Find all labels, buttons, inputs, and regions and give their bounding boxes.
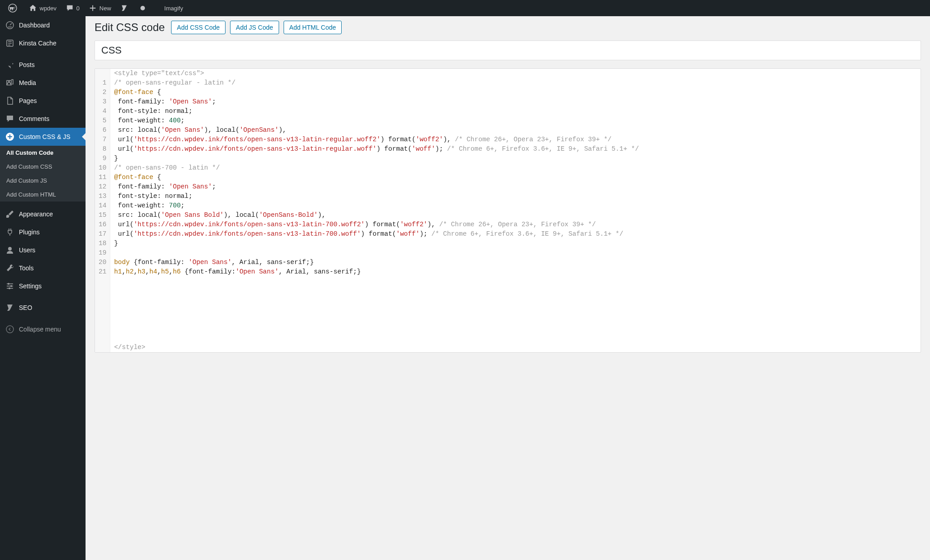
media-icon xyxy=(5,78,14,87)
user-icon xyxy=(5,246,14,255)
brush-icon xyxy=(5,210,14,219)
collapse-menu[interactable]: Collapse menu xyxy=(0,320,86,338)
comments-link[interactable]: 0 xyxy=(61,0,84,16)
page-header: Edit CSS code Add CSS CodeAdd JS CodeAdd… xyxy=(95,21,921,34)
sidebar-item-media[interactable]: Media xyxy=(0,74,86,92)
comments-count: 0 xyxy=(77,5,80,12)
imagify-link[interactable]: Imagify xyxy=(160,0,188,16)
admin-toolbar: wpdev 0 New Imagify xyxy=(0,0,930,16)
imagify-label: Imagify xyxy=(164,5,183,12)
plus-circle-icon xyxy=(5,132,14,141)
sidebar-item-label: Tools xyxy=(19,264,34,272)
pin-icon xyxy=(5,60,14,69)
yoast-icon xyxy=(120,4,128,12)
sidebar-item-label: Custom CSS & JS xyxy=(19,133,70,140)
admin-sidebar: Dashboard Kinsta Cache Posts Media Pages… xyxy=(0,16,86,560)
new-content-link[interactable]: New xyxy=(84,0,116,16)
sidebar-submenu: All Custom CodeAdd Custom CSSAdd Custom … xyxy=(0,146,86,202)
page-title: Edit CSS code xyxy=(95,21,165,34)
sidebar-item-settings[interactable]: Settings xyxy=(0,277,86,295)
svg-point-7 xyxy=(10,285,12,287)
sliders-icon xyxy=(5,282,14,291)
sidebar-item-label: Settings xyxy=(19,282,42,290)
sidebar-item-appearance[interactable]: Appearance xyxy=(0,205,86,223)
sidebar-item-plugins[interactable]: Plugins xyxy=(0,223,86,241)
sidebar-item-label: Kinsta Cache xyxy=(19,40,56,47)
wp-logo[interactable] xyxy=(4,0,24,16)
sidebar-item-custom-css-js[interactable]: Custom CSS & JS xyxy=(0,128,86,146)
page-icon xyxy=(5,96,14,105)
sidebar-item-seo[interactable]: SEO xyxy=(0,299,86,317)
dashboard-icon xyxy=(5,21,14,30)
new-label: New xyxy=(99,5,111,12)
site-name-link[interactable]: wpdev xyxy=(24,0,61,16)
main-content: Edit CSS code Add CSS CodeAdd JS CodeAdd… xyxy=(86,16,930,560)
comment-icon xyxy=(5,114,14,123)
line-gutter: 0123456789101112131415161718192021000000… xyxy=(95,69,110,352)
wrench-icon xyxy=(5,264,14,273)
add-js-button[interactable]: Add JS Code xyxy=(230,21,279,34)
collapse-icon xyxy=(5,325,14,334)
page-actions: Add CSS CodeAdd JS CodeAdd HTML Code xyxy=(171,21,342,34)
add-html-button[interactable]: Add HTML Code xyxy=(284,21,342,34)
sidebar-item-tools[interactable]: Tools xyxy=(0,259,86,277)
sidebar-item-label: Media xyxy=(19,79,36,86)
sidebar-item-dashboard[interactable]: Dashboard xyxy=(0,16,86,34)
code-editor[interactable]: 0123456789101112131415161718192021000000… xyxy=(95,68,921,353)
sidebar-item-posts[interactable]: Posts xyxy=(0,56,86,74)
kinsta-icon xyxy=(5,39,14,48)
site-name-label: wpdev xyxy=(40,5,57,12)
submenu-item[interactable]: All Custom Code xyxy=(0,146,86,160)
svg-point-9 xyxy=(6,326,14,333)
sidebar-item-label: SEO xyxy=(19,304,32,311)
sidebar-item-users[interactable]: Users xyxy=(0,241,86,259)
document-title-input[interactable] xyxy=(95,40,921,60)
yoast-link[interactable] xyxy=(116,0,135,16)
sidebar-item-label: Appearance xyxy=(19,211,53,218)
submenu-item[interactable]: Add Custom CSS xyxy=(0,160,86,174)
svg-point-8 xyxy=(9,287,10,289)
collapse-label: Collapse menu xyxy=(19,326,61,333)
plus-icon xyxy=(89,4,97,12)
sidebar-item-comments[interactable]: Comments xyxy=(0,110,86,128)
sidebar-item-pages[interactable]: Pages xyxy=(0,92,86,110)
sidebar-item-label: Plugins xyxy=(19,228,40,236)
seo-icon xyxy=(5,303,14,312)
comment-icon xyxy=(66,4,74,12)
plug-icon xyxy=(5,228,14,237)
circle-icon xyxy=(140,5,145,11)
wordpress-icon xyxy=(8,4,17,13)
add-css-button[interactable]: Add CSS Code xyxy=(171,21,226,34)
submenu-item[interactable]: Add Custom JS xyxy=(0,174,86,188)
svg-point-5 xyxy=(8,247,12,251)
sidebar-item-label: Pages xyxy=(19,97,37,104)
home-icon xyxy=(29,4,37,12)
sidebar-item-label: Comments xyxy=(19,115,50,122)
svg-point-1 xyxy=(140,6,145,10)
svg-point-6 xyxy=(8,283,9,285)
sidebar-item-label: Posts xyxy=(19,61,35,68)
sidebar-item-label: Dashboard xyxy=(19,22,50,29)
status-dot[interactable] xyxy=(135,0,153,16)
sidebar-item-kinsta-cache[interactable]: Kinsta Cache xyxy=(0,34,86,52)
submenu-item[interactable]: Add Custom HTML xyxy=(0,188,86,202)
sidebar-item-label: Users xyxy=(19,246,36,254)
code-area[interactable]: <style type="text/css">/* open-sans-regu… xyxy=(110,69,921,352)
